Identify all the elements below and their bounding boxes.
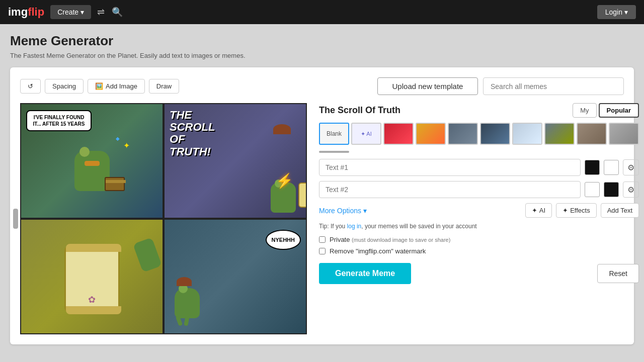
search-icon[interactable]: 🔍 [112, 7, 123, 18]
thumb-8[interactable] [609, 123, 639, 145]
login-label: Login [605, 8, 622, 16]
effects-sparkle-icon: ✦ [562, 207, 568, 214]
upload-template-button[interactable]: Upload new template [377, 77, 478, 95]
ai-sparkle-icon: ✦ [532, 207, 537, 214]
panel-2: THESCROLLOFTRUTH! ⚡ [164, 103, 307, 219]
template-title: The Scroll Of Truth [319, 105, 400, 116]
header-icons: ⇌ 🔍 [97, 7, 123, 18]
tip-prefix: Tip: If you [319, 223, 347, 230]
more-options-row: More Options ▾ ✦ AI ✦ Effects A [319, 203, 639, 218]
resize-handle[interactable] [13, 209, 18, 229]
upload-label: Upload new template [392, 82, 463, 90]
create-label: Create [57, 8, 78, 16]
header-left: imgflip Create ▾ ⇌ 🔍 [8, 5, 123, 19]
draw-button[interactable]: Draw [149, 79, 179, 94]
add-image-button[interactable]: 🖼️ Add Image [88, 79, 145, 94]
header: imgflip Create ▾ ⇌ 🔍 Login ▾ [0, 0, 644, 24]
main-layout: I'VE FINALLY FOUND IT... AFTER 15 YEARS [20, 103, 624, 334]
scroll-indicator [319, 151, 349, 153]
thumbnail-strip: Blank ✦ AI [319, 123, 639, 145]
thumb-1[interactable] [383, 123, 414, 145]
thumb-6[interactable] [544, 123, 575, 145]
more-options-chevron: ▾ [363, 207, 367, 215]
tab-popular-label: Popular [607, 107, 631, 114]
text-input-2[interactable] [319, 181, 581, 198]
add-image-icon: 🖼️ [95, 82, 103, 90]
effects-label: Effects [570, 207, 590, 214]
text-input-row-1: ⚙ [319, 159, 639, 176]
spacing-button[interactable]: Spacing [45, 79, 84, 94]
search-input[interactable] [483, 77, 624, 95]
tab-my-label: My [580, 107, 589, 114]
tab-my-button[interactable]: My [573, 103, 596, 118]
main-card: ↺ Spacing 🖼️ Add Image Draw Upload new t… [10, 67, 634, 344]
reset-label: Reset [609, 269, 627, 278]
ai-button[interactable]: ✦ AI [525, 203, 552, 218]
thumb-7[interactable] [577, 123, 607, 145]
dropdown-icon: ▾ [80, 8, 84, 16]
color-swatch-2-light[interactable] [585, 182, 600, 197]
thumb-4[interactable] [480, 123, 510, 145]
tip-suffix: , your memes will be saved in your accou… [361, 223, 476, 230]
reset-button[interactable]: Reset [597, 264, 639, 283]
toolbar: ↺ Spacing 🖼️ Add Image Draw Upload new t… [20, 77, 624, 95]
private-checkbox-row: Private (must download image to save or … [319, 236, 639, 243]
action-buttons: ✦ AI ✦ Effects Add Text [525, 203, 639, 218]
color-swatch-1-light[interactable] [604, 160, 619, 175]
thumb-3[interactable] [448, 123, 478, 145]
color-swatch-2-dark[interactable] [604, 182, 619, 197]
thumb-2[interactable] [416, 123, 446, 145]
toolbar-right: Upload new template [377, 77, 624, 95]
logo-accent: flip [28, 6, 44, 18]
watermark-checkbox[interactable] [319, 248, 326, 254]
add-text-button[interactable]: Add Text [601, 203, 639, 218]
more-options-button[interactable]: More Options ▾ [319, 207, 367, 215]
color-swatch-1-dark[interactable] [585, 160, 600, 175]
panel-4: NYEHHH [164, 219, 307, 334]
reset-icon: ↺ [28, 82, 33, 90]
comic-grid: I'VE FINALLY FOUND IT... AFTER 15 YEARS [20, 103, 307, 334]
create-button[interactable]: Create ▾ [50, 5, 91, 19]
spacing-label: Spacing [52, 82, 76, 90]
logo[interactable]: imgflip [8, 6, 44, 19]
page-content: Meme Generator The Fastest Meme Generato… [0, 24, 644, 353]
tab-buttons: My Popular [573, 103, 639, 118]
thumb-ai[interactable]: ✦ AI [351, 123, 381, 145]
tip-login-link[interactable]: log in [347, 223, 362, 230]
more-options-label: More Options [319, 207, 361, 215]
reset-icon-button[interactable]: ↺ [20, 79, 41, 94]
settings-button-2[interactable]: ⚙ [623, 182, 639, 198]
ai-btn-label: AI [539, 207, 545, 214]
template-header: The Scroll Of Truth My Popular [319, 103, 639, 118]
private-text: Private [330, 236, 350, 243]
toolbar-left: ↺ Spacing 🖼️ Add Image Draw [20, 79, 179, 94]
panel-3: ✿ [20, 219, 164, 334]
tab-popular-button[interactable]: Popular [599, 103, 639, 118]
login-dropdown-icon: ▾ [624, 8, 628, 16]
page-subtitle: The Fastest Meme Generator on the Planet… [10, 52, 634, 59]
login-button[interactable]: Login ▾ [597, 5, 636, 19]
shuffle-icon[interactable]: ⇌ [97, 7, 105, 18]
page-title: Meme Generator [10, 33, 634, 49]
thumb-blank[interactable]: Blank [319, 123, 349, 145]
settings-button-1[interactable]: ⚙ [623, 159, 639, 175]
right-panel: The Scroll Of Truth My Popular Blank [319, 103, 639, 334]
private-checkbox[interactable] [319, 236, 326, 243]
thumb-blank-label: Blank [327, 130, 342, 137]
text-input-row-2: ⚙ [319, 181, 639, 198]
effects-button[interactable]: ✦ Effects [556, 203, 597, 218]
draw-label: Draw [156, 82, 172, 90]
meme-container: I'VE FINALLY FOUND IT... AFTER 15 YEARS [20, 103, 307, 334]
generate-button[interactable]: Generate Meme [319, 263, 411, 284]
thumb-5[interactable] [512, 123, 542, 145]
add-text-label: Add Text [607, 207, 632, 214]
private-label: Private (must download image to save or … [330, 236, 450, 243]
generate-label: Generate Meme [335, 269, 395, 278]
thumb-ai-label: AI [366, 131, 371, 137]
watermark-label: Remove "imgflip.com" watermark [330, 247, 426, 255]
bottom-row: Generate Meme Reset [319, 263, 639, 284]
private-note: (must download image to save or share) [352, 237, 450, 243]
watermark-checkbox-row: Remove "imgflip.com" watermark [319, 247, 639, 255]
ai-star-icon: ✦ [361, 131, 365, 137]
text-input-1[interactable] [319, 159, 581, 176]
